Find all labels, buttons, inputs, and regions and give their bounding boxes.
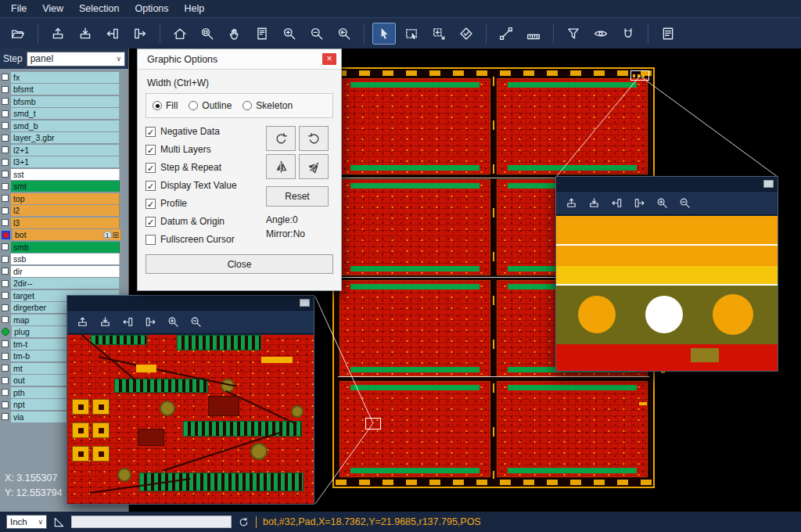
layer-color-bar[interactable]: dir xyxy=(11,266,120,277)
layer-color-bar[interactable]: smb xyxy=(11,242,120,253)
layer-row-dir[interactable]: dir xyxy=(2,265,128,278)
mirror-horizontal-button[interactable] xyxy=(266,154,296,179)
layer-row-ssb[interactable]: ssb xyxy=(2,253,128,266)
export-right-button[interactable] xyxy=(128,23,152,45)
dialog-title-bar[interactable]: Graphic Options × xyxy=(138,49,341,70)
layer-color-bar[interactable]: l2+1 xyxy=(11,145,120,156)
layer-row-smd_t[interactable]: smd_t xyxy=(2,108,128,120)
import-down-button[interactable] xyxy=(586,196,602,211)
layer-visibility-checkbox[interactable] xyxy=(2,353,9,360)
layer-visibility-checkbox[interactable] xyxy=(2,183,9,190)
layer-color-bar[interactable]: l3 xyxy=(11,217,120,228)
import-left-button[interactable] xyxy=(609,196,624,211)
step-select[interactable]: panel ∨ xyxy=(27,52,125,66)
close-icon[interactable]: × xyxy=(322,53,336,65)
layer-visibility-checkbox[interactable] xyxy=(2,86,9,93)
layer-row-l2+1[interactable]: l2+1 xyxy=(2,144,128,156)
radio-skeleton[interactable]: Skeleton xyxy=(242,100,293,111)
magnifier-left-content[interactable] xyxy=(67,335,314,504)
import-down-button[interactable] xyxy=(97,315,113,330)
menu-view[interactable]: View xyxy=(34,1,71,16)
measure-ruler-button[interactable] xyxy=(522,23,545,45)
import-up-button[interactable] xyxy=(74,315,90,330)
layer-visibility-checkbox[interactable] xyxy=(2,110,9,117)
zoom-out-button[interactable] xyxy=(305,23,329,45)
zoom-window-button[interactable] xyxy=(196,23,219,45)
checkbox-profile[interactable]: ✓Profile xyxy=(145,198,266,209)
layer-visibility-checkbox[interactable] xyxy=(2,256,9,263)
view-sheet-button[interactable] xyxy=(250,23,274,45)
layer-active-indicator[interactable] xyxy=(2,231,10,239)
layer-color-bar[interactable]: bfsmt xyxy=(11,84,120,95)
magnifier-right-titlebar[interactable] xyxy=(556,177,778,192)
layer-row-smb[interactable]: smb xyxy=(2,241,128,253)
layer-row-l3[interactable]: l3 xyxy=(2,217,128,229)
close-button[interactable]: Close xyxy=(145,254,333,274)
select-transform-button[interactable] xyxy=(427,23,451,45)
layer-green-indicator[interactable] xyxy=(2,328,9,336)
export-right-button[interactable] xyxy=(631,196,647,211)
checkbox-fullscreen-cursor[interactable]: Fullscreen Cursor xyxy=(145,234,266,245)
layer-color-bar[interactable]: ssb xyxy=(11,253,120,264)
layer-row-layer_3.gbr[interactable]: layer_3.gbr xyxy=(2,132,128,145)
layer-color-bar[interactable]: top xyxy=(11,193,120,204)
filter-funnel-button[interactable] xyxy=(562,23,585,45)
layer-visibility-checkbox[interactable] xyxy=(2,389,9,396)
layer-row-bfsmt[interactable]: bfsmt xyxy=(2,84,128,96)
radio-outline[interactable]: Outline xyxy=(189,100,232,111)
window-button-icon[interactable] xyxy=(300,299,310,307)
layer-color-bar[interactable]: smd_t xyxy=(11,108,120,119)
zoom-out-button[interactable] xyxy=(188,315,203,330)
layer-visibility-checkbox[interactable] xyxy=(2,135,9,142)
import-left-button[interactable] xyxy=(120,315,135,330)
layer-visibility-checkbox[interactable] xyxy=(2,304,9,311)
checkbox-datum-origin[interactable]: ✓Datum & Origin xyxy=(145,216,266,227)
layer-visibility-checkbox[interactable] xyxy=(2,98,9,105)
radio-fill[interactable]: Fill xyxy=(153,100,178,111)
menu-selection[interactable]: Selection xyxy=(71,1,127,16)
layer-color-bar[interactable]: smt xyxy=(11,181,120,192)
layer-visibility-checkbox[interactable] xyxy=(2,219,9,226)
magnifier-window-right[interactable] xyxy=(555,176,778,372)
pan-hand-button[interactable] xyxy=(223,23,246,45)
layer-color-bar[interactable]: l2 xyxy=(11,205,120,216)
layer-visibility-checkbox[interactable] xyxy=(2,146,9,153)
checkbox-display-text-value[interactable]: ✓Display Text Value xyxy=(145,180,266,191)
layer-visibility-checkbox[interactable] xyxy=(2,122,9,129)
layer-visibility-checkbox[interactable] xyxy=(2,74,9,81)
layer-visibility-checkbox[interactable] xyxy=(2,316,9,323)
checkbox-multi-layers[interactable]: ✓Multi Layers xyxy=(145,144,266,155)
measure-line-button[interactable] xyxy=(494,23,518,45)
snap-magnet-button[interactable] xyxy=(616,23,640,45)
menu-file[interactable]: File xyxy=(3,1,34,16)
select-rect-button[interactable] xyxy=(400,23,423,45)
magnifier-left-titlebar[interactable] xyxy=(67,296,314,311)
reset-button[interactable]: Reset xyxy=(266,186,329,207)
layer-color-bar[interactable]: sst xyxy=(11,169,120,180)
layer-visibility-checkbox[interactable] xyxy=(2,340,9,347)
rotate-cw-button[interactable] xyxy=(266,126,296,151)
checkbox-negative-data[interactable]: ✓Negative Data xyxy=(145,126,266,137)
home-button[interactable] xyxy=(168,23,192,45)
layer-visibility-checkbox[interactable] xyxy=(2,171,9,178)
layer-visibility-checkbox[interactable] xyxy=(2,195,9,202)
command-input[interactable] xyxy=(71,516,232,528)
unit-select[interactable]: Inch ∨ xyxy=(6,515,47,529)
zoom-previous-button[interactable] xyxy=(332,23,356,45)
folder-open-button[interactable] xyxy=(6,23,30,45)
magnifier-window-left[interactable] xyxy=(66,295,314,505)
layer-row-l3+1[interactable]: l3+1 xyxy=(2,156,128,169)
layer-visibility-checkbox[interactable] xyxy=(2,207,9,214)
layer-color-bar[interactable]: smd_b xyxy=(11,120,120,131)
refresh-icon[interactable] xyxy=(238,516,250,528)
layer-color-bar[interactable]: layer_3.gbr xyxy=(11,132,120,143)
layer-color-bar[interactable]: bfsmb xyxy=(11,96,120,107)
zoom-in-button[interactable] xyxy=(278,23,301,45)
layer-row-fx[interactable]: fx xyxy=(2,71,128,84)
layer-visibility-checkbox[interactable] xyxy=(2,365,9,372)
apply-diamond-button[interactable] xyxy=(454,23,478,45)
layer-visibility-checkbox[interactable] xyxy=(2,268,9,275)
triangle-icon[interactable] xyxy=(53,516,65,528)
window-button-icon[interactable] xyxy=(763,180,774,188)
zoom-out-button[interactable] xyxy=(677,196,692,211)
